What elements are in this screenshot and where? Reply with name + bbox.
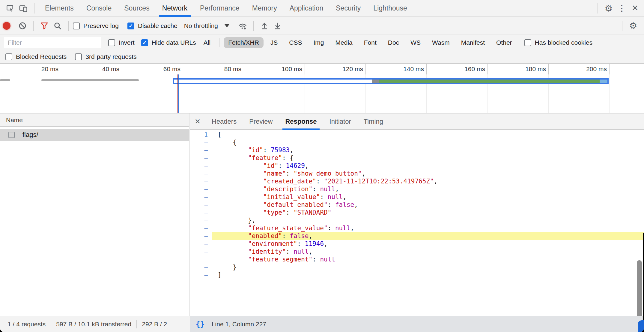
tab-network[interactable]: Network (156, 0, 194, 17)
token-key: "default_enabled" (218, 201, 328, 208)
divider (33, 21, 34, 31)
filter-chip-doc[interactable]: Doc (383, 37, 404, 48)
search-icon[interactable] (51, 19, 64, 32)
filter-chip-font[interactable]: Font (359, 37, 381, 48)
device-toolbar-icon[interactable] (17, 2, 30, 15)
third-party-requests-checkbox[interactable]: 3rd-party requests (75, 53, 136, 60)
blocked-requests-checkbox[interactable]: Blocked Requests (5, 53, 67, 60)
response-code[interactable]: [ { "id": 75983, "feature": { "id": 1462… (212, 130, 644, 316)
token-key: "environment" (218, 240, 297, 247)
token-p: , (324, 240, 328, 247)
throttling-value[interactable]: No throttling (184, 22, 218, 29)
timeline-tick (244, 64, 244, 74)
token-p: , (362, 170, 365, 177)
filter-funnel-icon[interactable] (38, 19, 51, 32)
network-settings-gear-icon[interactable]: ⚙ (627, 19, 640, 32)
network-overview-timeline[interactable]: 20 ms40 ms60 ms80 ms100 ms120 ms140 ms16… (0, 64, 644, 113)
filter-chip-wasm[interactable]: Wasm (428, 37, 454, 48)
token-key: "feature_segment" (218, 256, 312, 263)
hide-data-urls-checkbox[interactable]: ✓ Hide data URLs (141, 39, 196, 46)
background-window-artifact (638, 320, 644, 332)
clear-network-log-icon[interactable] (16, 19, 29, 32)
detail-tab-timing[interactable]: Timing (357, 113, 389, 130)
selected-request-waterfall-bar[interactable] (173, 78, 609, 84)
hide-data-urls-checkbox-box[interactable]: ✓ (141, 39, 148, 46)
tab-elements[interactable]: Elements (39, 0, 80, 17)
filter-chip-ws[interactable]: WS (406, 37, 425, 48)
token-atom: false (290, 232, 309, 240)
filter-chip-manifest[interactable]: Manifest (457, 37, 489, 48)
code-line: "environment": 11946, (212, 240, 644, 248)
disable-cache-checkbox[interactable]: ✓ Disable cache (127, 22, 177, 29)
network-conditions-wifi-icon[interactable] (236, 19, 249, 32)
preserve-log-checkbox-box[interactable] (73, 23, 80, 29)
token-p: , (434, 178, 438, 185)
tab-security[interactable]: Security (329, 0, 367, 17)
export-har-icon[interactable] (271, 19, 284, 32)
filter-chip-js[interactable]: JS (266, 37, 282, 48)
table-row-flags-[interactable]: flags/ (0, 129, 189, 141)
filter-chip-media[interactable]: Media (331, 37, 357, 48)
highlighted-code-line: "enabled": false, (212, 232, 644, 240)
tab-lighthouse[interactable]: Lighthouse (367, 0, 413, 17)
filter-chip-all[interactable]: All (199, 37, 215, 48)
settings-gear-icon[interactable]: ⚙ (602, 2, 615, 15)
blocked-requests-checkbox-box[interactable] (5, 53, 12, 60)
close-devtools-icon[interactable]: ✕ (628, 2, 642, 15)
filter-chip-css[interactable]: CSS (285, 37, 306, 48)
vertical-scrollbar[interactable] (637, 260, 642, 316)
timeline-tick-label: 40 ms (74, 64, 119, 74)
code-line: "default_enabled": false, (212, 201, 644, 209)
code-line: "identity": null, (212, 248, 644, 255)
tab-memory[interactable]: Memory (246, 0, 283, 17)
record-network-log-button[interactable] (3, 22, 10, 30)
divider (123, 21, 123, 31)
token-p: : (312, 186, 320, 193)
token-p: : (286, 209, 294, 216)
window-edge-artifact (643, 233, 644, 332)
detail-tab-preview[interactable]: Preview (243, 113, 279, 130)
token-key: "feature_state_value" (218, 225, 328, 232)
code-line: "feature_segment": null (212, 255, 644, 263)
token-key: "initial_value" (218, 193, 320, 201)
detail-tab-response[interactable]: Response (279, 113, 323, 130)
token-key: "identity" (218, 248, 286, 255)
token-p: , (309, 232, 312, 240)
filter-input[interactable] (4, 37, 101, 48)
tab-application[interactable]: Application (283, 0, 330, 17)
third-party-requests-checkbox-box[interactable] (75, 53, 82, 60)
timeline-tick-label: 200 ms (562, 64, 607, 74)
token-p: { (218, 139, 237, 146)
has-blocked-cookies-checkbox-box[interactable] (524, 39, 531, 46)
disable-cache-checkbox-box[interactable]: ✓ (127, 23, 134, 29)
resources-size: 292 B / 2 (142, 321, 167, 328)
tab-console[interactable]: Console (80, 0, 118, 17)
throttling-dropdown[interactable]: No throttling (184, 22, 229, 29)
inspect-element-icon[interactable] (4, 2, 17, 15)
line-number: – (190, 201, 212, 209)
filter-chip-fetch-xhr[interactable]: Fetch/XHR (224, 37, 264, 48)
network-main-area: Name flags/ ✕ HeadersPreviewResponseInit… (0, 113, 644, 316)
filter-chip-other[interactable]: Other (492, 37, 517, 48)
name-column-header[interactable]: Name (0, 113, 189, 127)
tab-performance[interactable]: Performance (194, 0, 246, 17)
more-options-kebab-icon[interactable]: ⋮ (615, 2, 628, 15)
preserve-log-checkbox[interactable]: Preserve log (73, 22, 119, 29)
detail-tab-initiator[interactable]: Initiator (323, 113, 357, 130)
has-blocked-cookies-checkbox[interactable]: Has blocked cookies (524, 39, 593, 46)
invert-checkbox[interactable]: Invert (108, 39, 135, 46)
timeline-tick-label: 140 ms (379, 64, 424, 74)
line-number: – (190, 138, 212, 146)
timeline-tick-label: 60 ms (136, 64, 180, 74)
token-p: : (282, 232, 290, 240)
tab-sources[interactable]: Sources (118, 0, 156, 17)
response-viewer: 1–––––––––––––––––– [ { "id": 75983, "fe… (190, 130, 644, 316)
network-toolbar: Preserve log ✓ Disable cache No throttli… (0, 17, 644, 35)
line-number: – (190, 240, 212, 248)
close-detail-icon[interactable]: ✕ (190, 113, 205, 130)
token-p: , (350, 225, 354, 232)
import-har-icon[interactable] (258, 19, 271, 32)
invert-checkbox-box[interactable] (108, 39, 115, 46)
filter-chip-img[interactable]: Img (309, 37, 329, 48)
detail-tab-headers[interactable]: Headers (205, 113, 243, 130)
